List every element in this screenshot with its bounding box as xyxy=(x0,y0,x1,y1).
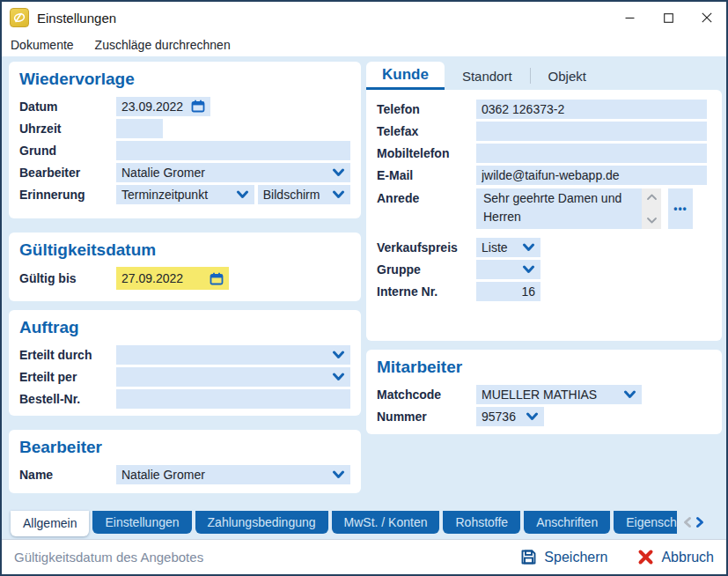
erteilt-per-label: Erteilt per xyxy=(19,370,116,384)
name-dropdown[interactable]: Natalie Gromer xyxy=(116,465,350,484)
left-column: Wiedervorlage Datum 23.09.2022 Uh xyxy=(9,62,361,511)
matchcode-label: Matchcode xyxy=(377,388,476,402)
calendar-icon[interactable] xyxy=(191,100,205,113)
email-input[interactable]: jwilde@taifun-webapp.de xyxy=(476,166,707,185)
tab-mwst-konten[interactable]: MwSt. / Konten xyxy=(332,511,440,534)
bearbeiter-dropdown[interactable]: Natalie Gromer xyxy=(116,163,350,182)
tab-objekt[interactable]: Objekt xyxy=(531,62,604,90)
telefon-label: Telefon xyxy=(377,102,476,116)
matchcode-value: MUELLER MATHIAS xyxy=(482,388,620,402)
chevron-down-icon xyxy=(332,373,345,381)
kunde-panel: Kunde Standort Objekt Telefon 0362 12637… xyxy=(366,62,722,341)
datum-input[interactable]: 23.09.2022 xyxy=(116,97,210,116)
anrede-group: Sehr geehrte Damen und Herren xyxy=(476,188,693,229)
tab-standort[interactable]: Standort xyxy=(445,62,530,90)
ellipsis-icon: ••• xyxy=(673,203,688,215)
verkaufspreis-dropdown[interactable]: Liste xyxy=(476,238,540,257)
close-icon xyxy=(702,12,712,23)
anrede-more-button[interactable]: ••• xyxy=(668,188,693,229)
bearbeiter-row: Bearbeiter Natalie Gromer xyxy=(19,161,350,183)
tab-rohstoffe[interactable]: Rohstoffe xyxy=(443,511,520,534)
interne-nr-input[interactable]: 16 xyxy=(476,282,540,301)
app-logo-icon xyxy=(10,8,29,27)
tab-kunde-label: Kunde xyxy=(382,66,429,84)
tab-anschriften-label: Anschriften xyxy=(536,515,598,529)
anrede-value: Sehr geehrte Damen und Herren xyxy=(483,191,621,224)
anrede-spinner xyxy=(642,188,661,229)
interne-nr-label: Interne Nr. xyxy=(377,284,476,299)
telefon-value: 0362 126373-2 xyxy=(482,102,702,116)
chevron-down-icon xyxy=(526,412,539,421)
erteilt-per-dropdown[interactable] xyxy=(116,367,350,387)
interne-nr-value: 16 xyxy=(521,284,535,299)
mitarbeiter-panel: Mitarbeiter Matchcode MUELLER MATHIAS Nu… xyxy=(366,350,722,434)
tab-allgemein[interactable]: Allgemein xyxy=(11,511,89,536)
bearbeiter-value: Natalie Gromer xyxy=(121,166,328,180)
name-value: Natalie Gromer xyxy=(121,468,328,482)
mobiltelefon-row: Mobiltelefon xyxy=(377,142,711,164)
minimize-button[interactable] xyxy=(610,2,649,33)
tab-kunde[interactable]: Kunde xyxy=(366,62,445,90)
chevron-up-icon[interactable] xyxy=(646,194,658,201)
tab-einstellungen-label: Einstellungen xyxy=(105,515,179,529)
title-bar: Einstellungen xyxy=(2,2,726,33)
gruppe-dropdown[interactable] xyxy=(476,260,540,279)
bearbeiter-panel-title: Bearbeiter xyxy=(19,438,350,457)
tab-anschriften[interactable]: Anschriften xyxy=(524,511,610,534)
uhrzeit-input[interactable] xyxy=(116,119,163,138)
nummer-row: Nummer 95736 xyxy=(377,405,711,427)
maximize-button[interactable] xyxy=(649,2,688,33)
scroll-right-icon[interactable] xyxy=(695,516,705,528)
gueltigkeitsdatum-title: Gültigkeitsdatum xyxy=(19,240,350,260)
tab-scroll-arrows xyxy=(682,511,705,534)
telefax-input[interactable] xyxy=(476,122,707,141)
erinnerung-row: Erinnerung Terminzeitpunkt Bildschirm xyxy=(19,183,350,205)
settings-dialog: Einstellungen Dokumente Zuschläg xyxy=(0,0,728,576)
anrede-textarea[interactable]: Sehr geehrte Damen und Herren xyxy=(476,188,642,229)
gruppe-label: Gruppe xyxy=(377,262,476,277)
telefon-input[interactable]: 0362 126373-2 xyxy=(476,100,707,119)
verkaufspreis-row: Verkaufspreis Liste xyxy=(377,236,711,258)
save-button[interactable]: Speichern xyxy=(520,549,607,565)
tab-eigenschaften[interactable]: Eigensch xyxy=(614,511,677,534)
maximize-icon xyxy=(664,13,673,23)
save-label: Speichern xyxy=(544,550,607,565)
scroll-left-icon[interactable] xyxy=(682,516,693,528)
verkaufspreis-label: Verkaufspreis xyxy=(377,240,476,255)
cancel-button[interactable]: Abbruch xyxy=(637,549,714,565)
datum-row: Datum 23.09.2022 xyxy=(19,95,350,117)
mobiltelefon-input[interactable] xyxy=(476,144,707,163)
menu-zuschlaege[interactable]: Zuschläge durchrechnen xyxy=(95,38,231,52)
gueltig-bis-label: Gültig bis xyxy=(19,271,116,285)
tab-zahlungsbedingung[interactable]: Zahlungsbedingung xyxy=(195,511,328,534)
datum-label: Datum xyxy=(19,100,116,114)
dialog-content: Wiedervorlage Datum 23.09.2022 Uh xyxy=(2,56,726,511)
telefon-row: Telefon 0362 126373-2 xyxy=(377,98,711,120)
email-label: E-Mail xyxy=(377,168,476,182)
nummer-dropdown[interactable]: 95736 xyxy=(476,407,544,426)
erinnerung-zeitpunkt-dropdown[interactable]: Terminzeitpunkt xyxy=(116,185,254,204)
erinnerung-zeitpunkt-value: Terminzeitpunkt xyxy=(121,188,232,202)
uhrzeit-row: Uhrzeit xyxy=(19,117,350,139)
erteilt-durch-dropdown[interactable] xyxy=(116,345,350,365)
matchcode-dropdown[interactable]: MUELLER MATHIAS xyxy=(476,385,642,404)
menu-dokumente[interactable]: Dokumente xyxy=(11,38,74,52)
grund-input[interactable] xyxy=(116,141,350,160)
cancel-label: Abbruch xyxy=(661,550,714,565)
chevron-down-icon[interactable] xyxy=(646,217,658,224)
email-row: E-Mail jwilde@taifun-webapp.de xyxy=(377,164,711,186)
close-button[interactable] xyxy=(688,2,726,33)
tab-mwst-konten-label: MwSt. / Konten xyxy=(344,515,428,529)
nummer-label: Nummer xyxy=(377,410,476,424)
bestell-nr-label: Bestell-Nr. xyxy=(19,392,116,406)
auftrag-title: Auftrag xyxy=(19,318,350,337)
tab-einstellungen[interactable]: Einstellungen xyxy=(92,511,191,534)
calendar-icon[interactable] xyxy=(210,272,224,285)
chevron-down-icon xyxy=(236,190,249,199)
gueltig-bis-input[interactable]: 27.09.2022 xyxy=(116,267,229,290)
email-value: jwilde@taifun-webapp.de xyxy=(482,168,702,182)
erteilt-per-row: Erteilt per xyxy=(19,366,350,388)
erinnerung-art-dropdown[interactable]: Bildschirm xyxy=(258,185,350,204)
grund-label: Grund xyxy=(19,144,116,158)
bestell-nr-input[interactable] xyxy=(116,389,350,409)
